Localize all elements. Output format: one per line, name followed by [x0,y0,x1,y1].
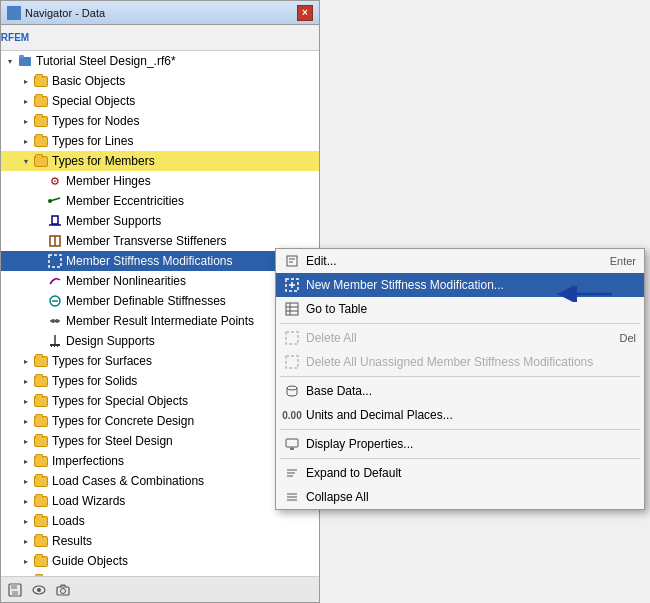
svg-rect-20 [11,584,17,589]
camera-icon[interactable] [53,580,73,600]
separator-1 [280,323,640,324]
folder-icon-14 [33,513,49,529]
stiffener-icon [47,233,63,249]
svg-point-3 [48,199,52,203]
context-menu-delete-unassigned[interactable]: Delete All Unassigned Member Stiffness M… [276,350,644,374]
tree-item-guide-objects[interactable]: Guide Objects [1,551,319,571]
tree-item-member-definable-stiffnesses[interactable]: Member Definable Stiffnesses [1,291,319,311]
types-special-objects-expander[interactable] [19,394,33,408]
tree-item-types-concrete[interactable]: Types for Concrete Design [1,411,319,431]
svg-point-12 [51,319,55,323]
loads-expander[interactable] [19,514,33,528]
types-concrete-expander[interactable] [19,414,33,428]
tree-item-types-surfaces[interactable]: Types for Surfaces [1,351,319,371]
tree-item-member-transverse-stiffeners[interactable]: Member Transverse Stiffeners [1,231,319,251]
design-support-icon [47,333,63,349]
table-icon [284,301,300,317]
types-surfaces-expander[interactable] [19,354,33,368]
edit-icon [284,253,300,269]
save-icon[interactable] [5,580,25,600]
svg-rect-21 [12,591,18,596]
context-menu-display-properties[interactable]: Display Properties... [276,432,644,456]
tree-item-types-steel[interactable]: Types for Steel Design [1,431,319,451]
expand-icon [284,465,300,481]
delete-unassigned-icon [284,354,300,370]
svg-rect-0 [19,57,31,66]
types-lines-expander[interactable] [19,134,33,148]
tree-item-types-solids[interactable]: Types for Solids [1,371,319,391]
svg-point-38 [287,386,297,390]
arrow-indicator [554,286,614,302]
load-wizards-label: Load Wizards [52,494,125,508]
basic-objects-expander[interactable] [19,74,33,88]
types-steel-expander[interactable] [19,434,33,448]
tree-item-types-lines[interactable]: Types for Lines [1,131,319,151]
tree-item-member-eccentricities[interactable]: Member Eccentricities [1,191,319,211]
load-wizards-expander[interactable] [19,494,33,508]
collapse-all-label: Collapse All [306,490,630,504]
folder-icon-17 [33,573,49,576]
member-eccentricities-label: Member Eccentricities [66,194,184,208]
results-label: Results [52,534,92,548]
tree-area: Tutorial Steel Design_.rf6* Basic Object… [1,51,319,576]
tree-root[interactable]: Tutorial Steel Design_.rf6* [1,51,319,71]
tree-item-member-stiffness-modifications[interactable]: Member Stiffness Modifications [1,251,319,271]
tree-item-types-special-objects[interactable]: Types for Special Objects [1,391,319,411]
tree-item-member-supports[interactable]: Member Supports [1,211,319,231]
result-icon [47,313,63,329]
root-label: Tutorial Steel Design_.rf6* [36,54,176,68]
member-nonlinearities-label: Member Nonlinearities [66,274,186,288]
types-members-label: Types for Members [52,154,155,168]
tree-item-results[interactable]: Results [1,531,319,551]
tree-item-load-wizards[interactable]: Load Wizards [1,491,319,511]
tree-item-basic-objects[interactable]: Basic Objects [1,71,319,91]
design-supports-label: Design Supports [66,334,155,348]
tree-item-member-hinges[interactable]: ⚙ Member Hinges [1,171,319,191]
folder-icon-6 [33,353,49,369]
context-menu-collapse-all[interactable]: Collapse All [276,485,644,509]
context-menu-base-data[interactable]: Base Data... [276,379,644,403]
svg-rect-37 [286,356,298,368]
rfem-toolbar-icon[interactable]: RFEM [5,28,25,48]
special-objects-expander[interactable] [19,94,33,108]
context-menu-edit[interactable]: Edit... Enter [276,249,644,273]
tree-item-types-members[interactable]: Types for Members [1,151,319,171]
tree-item-member-result-intermediate[interactable]: Member Result Intermediate Points [1,311,319,331]
tree-item-design-supports[interactable]: Design Supports [1,331,319,351]
tree-item-loads[interactable]: Loads [1,511,319,531]
guide-objects-expander[interactable] [19,554,33,568]
types-members-expander[interactable] [19,154,33,168]
types-nodes-expander[interactable] [19,114,33,128]
units-label: Units and Decimal Places... [306,408,630,422]
window-title: Navigator - Data [25,7,105,19]
folder-icon-13 [33,493,49,509]
svg-rect-4 [52,216,58,224]
context-menu-units[interactable]: 0.00 Units and Decimal Places... [276,403,644,427]
types-solids-expander[interactable] [19,374,33,388]
results-expander[interactable] [19,534,33,548]
root-expander[interactable] [3,54,17,68]
stiffness-icon [47,253,63,269]
load-cases-expander[interactable] [19,474,33,488]
types-concrete-label: Types for Concrete Design [52,414,194,428]
svg-rect-32 [286,303,298,315]
transverse-stiffeners-label: Member Transverse Stiffeners [66,234,227,248]
context-menu-expand-default[interactable]: Expand to Default [276,461,644,485]
eye-icon[interactable] [29,580,49,600]
tree-item-types-nodes[interactable]: Types for Nodes [1,111,319,131]
special-objects-label: Special Objects [52,94,135,108]
folder-icon-7 [33,373,49,389]
folder-icon [33,73,49,89]
tree-item-special-objects[interactable]: Special Objects [1,91,319,111]
svg-point-13 [55,319,59,323]
toolbar-group: RFEM [5,28,25,48]
definable-stiffnesses-label: Member Definable Stiffnesses [66,294,226,308]
tree-item-imperfections[interactable]: Imperfections [1,451,319,471]
types-lines-label: Types for Lines [52,134,133,148]
close-button[interactable]: × [297,5,313,21]
tree-item-member-nonlinearities[interactable]: Member Nonlinearities [1,271,319,291]
context-menu-delete-all[interactable]: Delete All Del [276,326,644,350]
imperfections-expander[interactable] [19,454,33,468]
toolbar: RFEM [1,25,319,51]
tree-item-load-cases[interactable]: Load Cases & Combinations [1,471,319,491]
